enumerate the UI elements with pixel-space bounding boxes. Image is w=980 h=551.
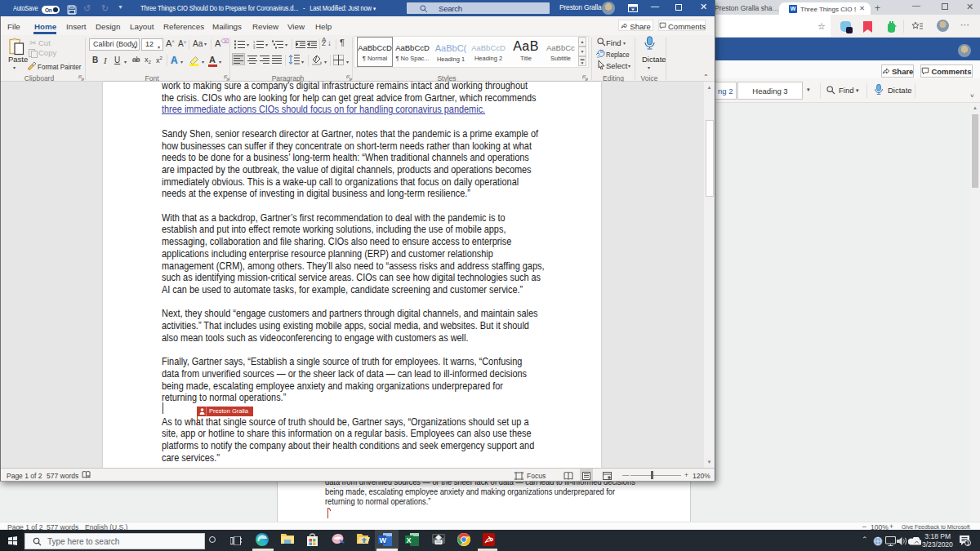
svg-text:c: c [597,54,599,58]
svg-text:X: X [407,536,412,544]
svg-text:W: W [380,536,387,544]
svg-text:b: b [600,49,604,54]
svg-text:1: 1 [967,540,970,546]
svg-text:3: 3 [253,46,256,49]
